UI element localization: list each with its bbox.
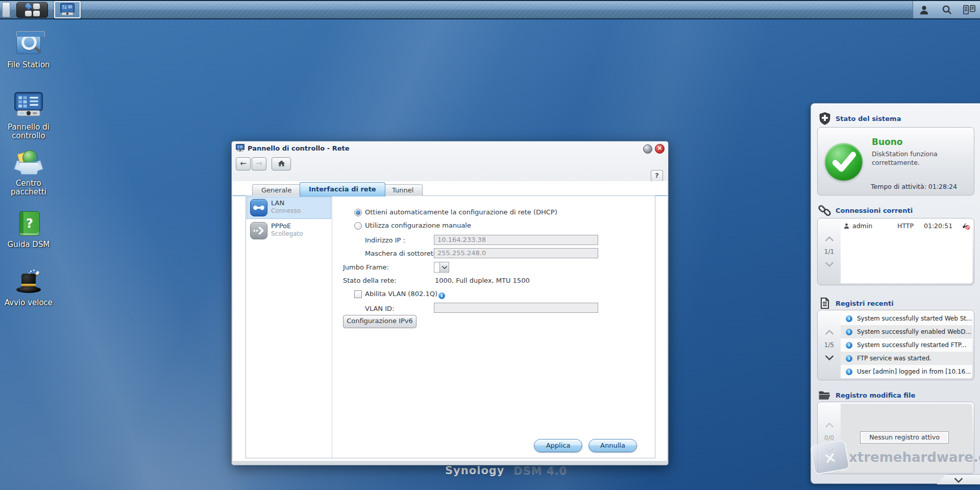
desktop-icon-label: Avvio veloce [4, 299, 53, 307]
system-status-message: DiskStation funziona correttamente. [872, 150, 961, 167]
network-status-label: Stato della rete: [343, 277, 397, 284]
file-station-icon [14, 30, 43, 58]
show-desktop-button[interactable] [2, 2, 10, 17]
close-button[interactable]: × [655, 144, 665, 154]
desktop-icon-dsm-help[interactable]: ? Guida DSM [4, 209, 53, 249]
pager-up-icon[interactable] [825, 330, 834, 338]
minimize-button[interactable] [643, 144, 652, 154]
forward-button[interactable]: → [252, 157, 266, 170]
widget-collapse-button[interactable] [937, 474, 980, 484]
combo-arrow-icon [442, 263, 447, 269]
tab-generale[interactable]: Generale [252, 184, 301, 196]
connections-list: admin HTTP 01:20:51 [841, 220, 972, 283]
log-text: User [admin] logged in from [10.16... [857, 368, 971, 375]
pager-label: 1/5 [824, 341, 834, 349]
dhcp-radio-label: Ottieni automaticamente la configurazion… [365, 208, 557, 216]
window-icon [236, 144, 244, 152]
user-icon [843, 223, 850, 229]
log-row: i User [admin] logged in from [10.16... [841, 365, 972, 378]
vlan-id-label: VLAN ID: [365, 305, 394, 312]
info-icon: i [846, 315, 852, 322]
pager-down-icon[interactable] [825, 259, 834, 267]
window-toolbar: ← → ? [232, 155, 668, 181]
system-status-card: Buono DiskStation funziona correttamente… [817, 127, 974, 195]
pager-label: 0/0 [824, 434, 834, 442]
system-uptime: Tempo di attività: 01:28:24 [871, 183, 957, 190]
question-mark-book-icon: ? [19, 211, 40, 236]
help-button[interactable]: ? [651, 170, 663, 182]
system-status-value: Buono [872, 137, 903, 147]
vlan-checkbox[interactable] [354, 290, 362, 298]
pilot-view-icon[interactable] [963, 3, 976, 16]
pager-down-icon[interactable] [825, 352, 834, 361]
file-log-pager: 0/0 [818, 402, 841, 474]
subnet-mask-label: Maschera di sottorete: [365, 250, 439, 257]
desktop-icon-package-center[interactable]: Centro pacchetti [4, 148, 53, 197]
interface-item-lan[interactable]: LAN Connesso [247, 197, 331, 219]
taskbar-item-control-panel[interactable] [54, 1, 81, 18]
interface-item-pppoe[interactable]: PPPoE Scollegato [247, 219, 331, 242]
system-status-header: Stato del sistema [811, 111, 980, 126]
ip-address-input[interactable]: 10.164.233.38 [434, 235, 598, 245]
search-icon[interactable] [940, 3, 953, 16]
connections-header: Connessioni correnti [811, 203, 980, 218]
connections-pager: 1/1 [818, 218, 841, 285]
apply-button[interactable]: Applica [534, 439, 582, 452]
interface-name: PPPoE [271, 222, 291, 230]
dsm-version-text: DSM 4.0 [513, 464, 567, 477]
chevron-down-icon [954, 474, 963, 483]
vlan-id-input[interactable] [434, 303, 598, 313]
pager-down-icon[interactable] [825, 445, 834, 454]
logs-list: i System successfully started Web St... … [841, 312, 972, 378]
connection-user: admin [852, 222, 897, 230]
vlan-info-icon[interactable]: i [438, 292, 445, 299]
dhcp-radio[interactable] [354, 209, 362, 216]
main-menu-button[interactable] [16, 2, 48, 18]
file-log-card: 0/0 Nessun registro attivo [817, 402, 974, 474]
connections-card: 1/1 admin HTTP 01:20:51 [817, 218, 974, 285]
ipv6-config-button[interactable]: Configurazione IPv6 [343, 315, 416, 328]
window-title: Pannello di controllo - Rete [248, 144, 350, 152]
desktop-icon-control-panel[interactable]: Pannello di controllo [4, 92, 53, 140]
tab-interfaccia-di-rete[interactable]: Interfaccia di rete [300, 182, 385, 197]
pager-up-icon[interactable] [825, 236, 834, 245]
chain-link-icon [818, 204, 831, 217]
pppoe-icon [250, 222, 267, 239]
desktop: Synology DSM 4.0 File Station [0, 0, 980, 490]
control-panel-network-window: Pannello di controllo - Rete × ← → ? Gen… [231, 141, 669, 465]
interface-status: Scollegato [271, 230, 303, 237]
status-good-check-icon [825, 143, 863, 181]
ip-address-label: Indirizzo IP : [365, 236, 405, 244]
logs-pager: 1/5 [818, 310, 841, 380]
desktop-icon-quick-start[interactable]: Avvio veloce [4, 267, 53, 307]
info-icon: i [846, 369, 852, 375]
home-button[interactable] [272, 157, 291, 170]
cancel-button[interactable]: Annulla [589, 439, 637, 452]
file-log-empty-area: Nessun registro attivo [841, 404, 972, 472]
back-button[interactable]: ← [236, 157, 251, 170]
open-folder-icon [818, 388, 831, 402]
log-row: i System successfully started Web St... [841, 312, 972, 325]
desktop-icon-file-station[interactable]: File Station [4, 30, 53, 69]
user-menu-icon[interactable] [917, 3, 930, 16]
window-titlebar[interactable]: Pannello di controllo - Rete [232, 141, 668, 155]
taskbar [0, 0, 980, 19]
subnet-mask-input[interactable]: 255.255.248.0 [434, 248, 598, 258]
taskbar-right-tray [913, 1, 980, 18]
desktop-icon-label: Pannello di controllo [4, 123, 53, 140]
desktop-icon-label: Guida DSM [4, 240, 53, 249]
disconnect-icon[interactable] [961, 222, 970, 230]
desktop-watermark: Synology DSM 4.0 [445, 464, 567, 477]
vlan-checkbox-label: Abilita VLAN (802.1Q)i [365, 290, 445, 299]
log-text: FTP service was started. [857, 355, 932, 362]
interface-list: LAN Connesso PPPoE Scollegato [246, 196, 332, 458]
window-content: Generale Interfaccia di rete Tunnel LAN [233, 181, 667, 461]
dsm-help-icon: ? [14, 209, 43, 238]
manual-config-radio[interactable] [354, 222, 362, 230]
jumbo-frame-label: Jumbo Frame: [343, 263, 389, 271]
tab-tunnel[interactable]: Tunnel [383, 184, 423, 196]
jumbo-frame-select[interactable] [434, 262, 449, 273]
widget-section-title: Registri recenti [836, 300, 894, 307]
pager-up-icon[interactable] [825, 423, 834, 431]
document-icon [818, 297, 831, 310]
